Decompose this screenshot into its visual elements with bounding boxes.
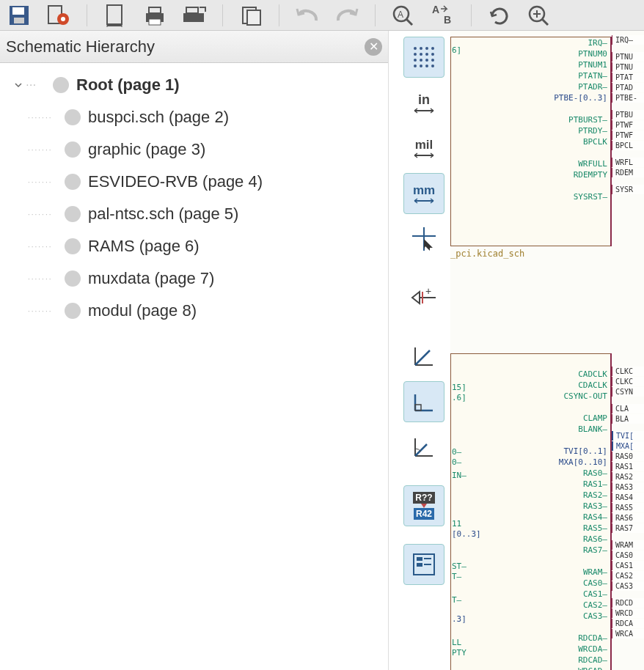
- pin-label: CAS3: [612, 581, 644, 591]
- pin-label: PTBE-: [612, 93, 644, 103]
- svg-rect-16: [247, 10, 260, 25]
- svg-point-28: [425, 47, 428, 50]
- pin-label: PTAD: [612, 83, 644, 92]
- pin-label: RDEM: [612, 168, 644, 177]
- pin-label: TVI[: [612, 431, 644, 441]
- tree-child[interactable]: ·······RAMS (page 6): [0, 230, 388, 262]
- svg-text:A: A: [432, 4, 439, 15]
- svg-point-31: [420, 53, 422, 56]
- signal-label: CADCLK: [559, 369, 607, 380]
- pin-label: SYSR: [612, 185, 644, 194]
- signal-label: IRQ–: [554, 38, 607, 49]
- chevron-down-icon[interactable]: [13, 80, 23, 90]
- signal-label: PTBE-[0..3]: [554, 93, 607, 104]
- save-icon[interactable]: [6, 2, 32, 29]
- unit-mm-button[interactable]: mm: [403, 173, 444, 214]
- pin-label: [612, 103, 644, 109]
- signal-label: SYSRST–: [554, 192, 607, 203]
- pin-label: WRFL: [612, 158, 644, 167]
- pin-label: RAS3: [612, 482, 644, 492]
- signal-label: LL: [452, 638, 461, 647]
- hidden-pins-icon[interactable]: +: [403, 277, 444, 318]
- signal-label: T–: [452, 595, 461, 605]
- svg-point-39: [420, 65, 422, 67]
- undo-icon[interactable]: [294, 2, 321, 29]
- refresh-icon[interactable]: [486, 2, 513, 29]
- page-bullet-icon: [65, 174, 81, 190]
- tree-child[interactable]: ·······buspci.sch (page 2): [0, 101, 388, 133]
- svg-point-40: [425, 65, 428, 67]
- signal-label: [554, 148, 607, 159]
- print-icon[interactable]: [142, 2, 168, 29]
- free-angle-icon[interactable]: [403, 336, 444, 377]
- page-bullet-icon: [65, 109, 81, 125]
- signal-label: CDACLK: [559, 380, 607, 391]
- tree-child[interactable]: ·······muxdata (page 7): [0, 262, 388, 295]
- svg-rect-60: [417, 557, 422, 561]
- signal-label: PTY: [452, 648, 466, 658]
- ortho-angle-icon[interactable]: [403, 381, 444, 422]
- pin-label: PTWF: [612, 130, 644, 140]
- find-icon[interactable]: A: [390, 2, 417, 29]
- signal-label: CAS1–: [559, 589, 607, 600]
- signal-label: RAS5–: [559, 523, 607, 534]
- svg-point-35: [420, 59, 422, 62]
- svg-point-37: [431, 59, 434, 62]
- signal-label: WRCDA–: [559, 644, 607, 655]
- signal-label: [559, 622, 607, 633]
- signal-label: [554, 181, 607, 192]
- svg-line-18: [406, 19, 412, 25]
- svg-point-32: [425, 53, 428, 56]
- signal-label: RAS7–: [559, 545, 607, 556]
- hierarchy-nav-icon[interactable]: [403, 544, 444, 585]
- toolbar-separator: [279, 4, 279, 26]
- signal-label: BPCLK: [554, 137, 607, 148]
- tree-child[interactable]: ·······pal-ntsc.sch (page 5): [0, 198, 388, 230]
- signal-label: [559, 435, 607, 446]
- svg-rect-2: [14, 18, 24, 23]
- tree-label: muxdata (page 7): [88, 269, 214, 288]
- pin-label: RDCD: [612, 598, 644, 608]
- tree-root[interactable]: ··· Root (page 1): [0, 69, 388, 101]
- redo-icon[interactable]: [334, 2, 360, 29]
- plot-icon[interactable]: [181, 2, 208, 29]
- svg-text:A: A: [398, 10, 403, 20]
- unit-inches-button[interactable]: in: [403, 82, 444, 123]
- cursor-crosshair-icon[interactable]: [403, 218, 444, 259]
- schematic-canvas[interactable]: 6] _pci.kicad_sch IRQ–PTNUM0PTNUM1PTATN–…: [450, 31, 644, 670]
- close-icon[interactable]: ✕: [365, 38, 382, 56]
- svg-point-29: [431, 47, 434, 50]
- signal-label: .3]: [452, 614, 466, 624]
- unit-mils-button[interactable]: mil: [403, 128, 444, 169]
- pin-label: IRQ–: [612, 35, 644, 45]
- replace-icon[interactable]: AB: [430, 2, 456, 29]
- tree-child[interactable]: ·······graphic (page 3): [0, 133, 388, 166]
- signal-label: .6]: [452, 393, 466, 402]
- pin-label: RAS6: [612, 513, 644, 523]
- svg-point-38: [414, 65, 417, 67]
- panel-title: Schematic Hierarchy: [6, 37, 155, 56]
- svg-point-5: [61, 17, 65, 21]
- page-settings-icon[interactable]: [102, 2, 128, 29]
- tree-child[interactable]: ·······ESVIDEO-RVB (page 4): [0, 166, 388, 198]
- zoom-in-icon[interactable]: [526, 2, 552, 29]
- paste-icon[interactable]: [238, 2, 264, 29]
- page-bullet-icon: [65, 303, 81, 319]
- toolbar-separator: [222, 4, 223, 26]
- tree-label: pal-ntsc.sch (page 5): [88, 205, 238, 224]
- pin-label: CAS0: [612, 551, 644, 560]
- grid-icon[interactable]: [403, 37, 444, 78]
- page-bullet-icon: [53, 77, 69, 93]
- angle-45-icon[interactable]: [403, 427, 444, 468]
- signal-label: RDCDA–: [559, 633, 607, 644]
- annotate-icon[interactable]: R?? R42: [403, 485, 444, 526]
- svg-rect-6: [107, 5, 122, 24]
- signal-label: PTATN–: [554, 71, 607, 82]
- settings-icon[interactable]: [45, 2, 72, 29]
- pin-label: RAS1: [612, 462, 644, 471]
- svg-point-34: [414, 59, 417, 62]
- tree-child[interactable]: ·······modul (page 8): [0, 295, 388, 327]
- signal-label: PTADR–: [554, 82, 607, 93]
- pin-label: RDCA: [612, 619, 644, 628]
- tree-label: modul (page 8): [88, 301, 197, 320]
